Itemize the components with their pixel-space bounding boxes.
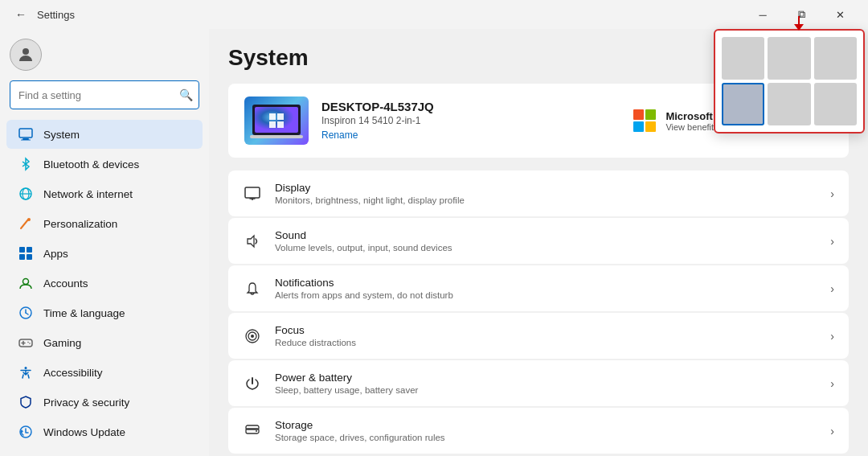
- storage-icon: [243, 421, 262, 441]
- focus-icon: [243, 327, 262, 346]
- sidebar-label-system: System: [43, 129, 80, 141]
- storage-chevron: ›: [830, 425, 834, 438]
- system-icon: [18, 126, 34, 142]
- power-text: Power & battery Sleep, battery usage, ba…: [275, 372, 817, 395]
- snap-arrow: [783, 16, 815, 31]
- sidebar-label-bluetooth: Bluetooth & devices: [43, 158, 139, 170]
- sidebar-item-accessibility[interactable]: Accessibility: [6, 358, 203, 387]
- sidebar-label-privacy: Privacy & security: [43, 396, 129, 409]
- svg-line-20: [26, 313, 28, 314]
- focus-desc: Reduce distractions: [275, 338, 817, 347]
- svg-rect-15: [19, 254, 25, 260]
- sidebar-item-personalization[interactable]: Personalization: [6, 209, 203, 238]
- minimize-button[interactable]: ─: [744, 2, 781, 27]
- display-icon: [243, 184, 262, 203]
- sound-desc: Volume levels, output, input, sound devi…: [275, 243, 817, 253]
- snap-cell-bl[interactable]: [722, 83, 764, 125]
- snap-cell-tl[interactable]: [722, 37, 764, 80]
- svg-rect-33: [255, 107, 298, 133]
- snap-cell-bm[interactable]: [768, 83, 810, 125]
- sidebar-item-system[interactable]: System: [6, 120, 203, 149]
- snap-cell-tr[interactable]: [814, 37, 857, 80]
- setting-row-display[interactable]: Display Monitors, brightness, night ligh…: [228, 170, 849, 216]
- sidebar-item-update[interactable]: Windows Update: [6, 417, 203, 446]
- sidebar-item-bluetooth[interactable]: Bluetooth & devices: [6, 150, 203, 179]
- sidebar-item-time[interactable]: Time & language: [6, 298, 203, 327]
- svg-rect-13: [19, 247, 25, 253]
- network-icon: [18, 186, 34, 202]
- sidebar-item-gaming[interactable]: Gaming: [6, 328, 203, 357]
- svg-point-25: [29, 343, 31, 344]
- sound-title: Sound: [275, 229, 817, 241]
- svg-point-26: [25, 367, 27, 369]
- accounts-icon: [18, 275, 34, 291]
- display-title: Display: [275, 182, 817, 194]
- svg-rect-14: [27, 247, 32, 253]
- personalization-icon: [18, 216, 34, 232]
- user-avatar[interactable]: [10, 39, 42, 71]
- ms365-green: [645, 109, 656, 120]
- sidebar-label-accounts: Accounts: [43, 277, 88, 290]
- laptop-illustration: [248, 101, 305, 141]
- setting-row-storage[interactable]: Storage Storage space, drives, configura…: [228, 408, 849, 454]
- ms365-blue: [633, 121, 644, 132]
- snap-cell-tm[interactable]: [768, 37, 810, 80]
- sidebar-item-network[interactable]: Network & internet: [6, 179, 203, 208]
- snap-layout-overlay[interactable]: [714, 29, 865, 134]
- setting-row-power[interactable]: Power & battery Sleep, battery usage, ba…: [228, 360, 849, 406]
- power-icon: [243, 374, 262, 393]
- power-title: Power & battery: [275, 372, 817, 384]
- close-button[interactable]: ✕: [821, 2, 858, 27]
- setting-row-focus[interactable]: Focus Reduce distractions ›: [228, 313, 849, 359]
- svg-point-2: [23, 48, 29, 55]
- device-image: [244, 97, 309, 145]
- sidebar-label-time: Time & language: [43, 307, 125, 319]
- sidebar-item-privacy[interactable]: Privacy & security: [6, 388, 203, 417]
- svg-rect-34: [269, 113, 276, 120]
- sidebar-label-personalization: Personalization: [43, 218, 117, 230]
- gaming-icon: [18, 335, 34, 351]
- display-text: Display Monitors, brightness, night ligh…: [275, 182, 817, 205]
- svg-point-24: [27, 342, 29, 343]
- setting-row-sound[interactable]: Sound Volume levels, output, input, soun…: [228, 218, 849, 264]
- ms365-red: [633, 109, 644, 120]
- svg-rect-37: [277, 121, 284, 128]
- notifications-icon: [243, 279, 262, 298]
- device-name: DESKTOP-4L537JQ: [321, 100, 619, 113]
- settings-list: Display Monitors, brightness, night ligh…: [228, 170, 849, 454]
- search-input[interactable]: [10, 80, 199, 109]
- svg-rect-35: [277, 113, 284, 120]
- back-button[interactable]: ←: [10, 3, 32, 26]
- microsoft365-logo: [632, 108, 657, 134]
- sound-icon: [243, 232, 262, 251]
- svg-rect-5: [21, 140, 31, 141]
- sound-chevron: ›: [830, 235, 834, 248]
- privacy-icon: [18, 394, 34, 410]
- svg-rect-36: [269, 121, 276, 128]
- storage-title: Storage: [275, 419, 817, 431]
- sidebar-item-accounts[interactable]: Accounts: [6, 269, 203, 298]
- device-info: DESKTOP-4L537JQ Inspiron 14 5410 2-in-1 …: [321, 100, 619, 142]
- svg-rect-38: [250, 135, 303, 138]
- title-bar: ← Settings ─ ⧉ ✕: [0, 0, 868, 29]
- display-chevron: ›: [830, 187, 834, 200]
- search-container: 🔍: [10, 80, 199, 109]
- snap-cell-br[interactable]: [814, 83, 857, 125]
- time-icon: [18, 305, 34, 321]
- svg-line-28: [23, 375, 23, 378]
- ms365-yellow: [645, 121, 656, 132]
- rename-link[interactable]: Rename: [321, 129, 358, 141]
- display-desc: Monitors, brightness, night light, displ…: [275, 195, 817, 205]
- sound-text: Sound Volume levels, output, input, soun…: [275, 229, 817, 253]
- focus-chevron: ›: [830, 330, 834, 343]
- svg-marker-1: [794, 24, 804, 31]
- app-title: Settings: [37, 9, 75, 21]
- sidebar-item-apps[interactable]: Apps: [6, 239, 203, 268]
- setting-row-notifications[interactable]: Notifications Alerts from apps and syste…: [228, 265, 849, 311]
- apps-icon: [18, 245, 34, 261]
- notifications-title: Notifications: [275, 277, 817, 289]
- device-model: Inspiron 14 5410 2-in-1: [321, 115, 619, 126]
- svg-marker-42: [248, 236, 254, 247]
- update-icon: [18, 424, 34, 440]
- svg-point-12: [27, 218, 31, 221]
